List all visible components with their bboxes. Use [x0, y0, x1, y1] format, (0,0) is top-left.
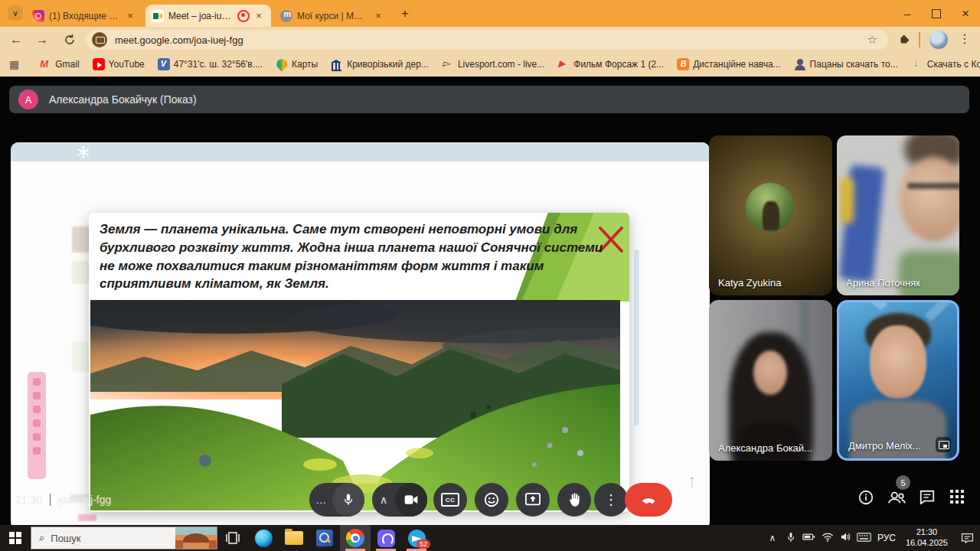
start-button[interactable] — [0, 525, 31, 551]
bookmark-youtube[interactable]: YouTube — [93, 58, 145, 70]
pink-toolbar-glyph — [33, 392, 41, 399]
tray-microphone-icon[interactable] — [782, 532, 800, 545]
close-tab-icon[interactable] — [253, 10, 265, 22]
camera-options-button[interactable] — [372, 494, 395, 506]
edge-icon — [255, 530, 273, 547]
bookmark-gmail[interactable]: Gmail — [39, 58, 79, 70]
tab-instagram[interactable]: (1) Входящие • Чаты — [26, 5, 142, 27]
bookmark-film[interactable]: Фильм Форсаж 1 (2... — [557, 58, 664, 70]
show-people-button[interactable] — [887, 489, 906, 509]
bookmark-vk-download[interactable]: Скачать с Контакта,... — [911, 58, 980, 70]
pink-toolbar-glyph — [33, 419, 41, 427]
bookmark-coordinates[interactable]: 47°31'с. ш. 32°56'в.... — [158, 58, 263, 70]
bookmark-label: 47°31'с. ш. 32°56'в.... — [174, 59, 263, 70]
participant-tile-katya[interactable]: Katya Zyukina — [709, 135, 832, 295]
hangup-icon — [639, 491, 658, 509]
meeting-time: 21:30 — [15, 494, 42, 506]
microphone-icon — [341, 492, 355, 507]
bookmark-livesport[interactable]: Livesport.com - live... — [442, 58, 544, 70]
logo-square — [9, 539, 15, 544]
browser-tab-strip: (1) Входящие • Чаты Meet – joa-iuej-fgg … — [0, 0, 980, 27]
window-maximize-button[interactable] — [922, 0, 951, 27]
divider — [50, 494, 51, 506]
bookmark-label: Пацаны скачать то... — [810, 59, 898, 70]
browser-menu-button[interactable] — [959, 31, 971, 46]
meeting-code: joa-iuej-fgg — [58, 494, 111, 506]
bookmark-label: Gmail — [55, 59, 79, 70]
activities-button[interactable] — [949, 489, 965, 507]
meeting-details-button[interactable] — [858, 489, 874, 509]
presenter-name: Александра Бокайчук (Показ) — [49, 93, 197, 106]
apps-grid-icon[interactable] — [9, 58, 19, 70]
extensions-button[interactable] — [897, 33, 911, 50]
tab-label: Мої курси | Moodle KDPU — [297, 11, 368, 21]
camera-button[interactable] — [395, 483, 427, 517]
reactions-button[interactable] — [475, 483, 508, 517]
taskbar-search-box[interactable]: ⌕ Пошук — [31, 527, 217, 549]
participant-tile-arina[interactable]: Арина Поточняк — [837, 135, 959, 295]
tray-battery-icon[interactable] — [800, 533, 818, 543]
taskbar-clock[interactable]: 21:30 16.04.2025 — [906, 527, 948, 549]
url-text[interactable]: meet.google.com/joa-iuej-fgg — [115, 34, 867, 46]
taskbar-chrome[interactable] — [340, 525, 371, 551]
taskbar-telegram[interactable]: 52 — [401, 525, 432, 551]
recording-indicator-icon — [237, 10, 250, 22]
back-button[interactable] — [6, 30, 26, 50]
taskbar-search-app[interactable] — [309, 525, 340, 551]
bookmark-star-icon[interactable] — [867, 33, 877, 47]
more-options-button[interactable] — [594, 483, 628, 517]
chat-button[interactable] — [919, 489, 936, 509]
logo-square — [16, 532, 21, 537]
tab-label: (1) Входящие • Чаты — [49, 11, 119, 21]
clock-date: 16.04.2025 — [906, 538, 948, 549]
hidden-icons-chevron[interactable] — [763, 533, 782, 543]
tray-keyboard-icon[interactable] — [855, 533, 874, 544]
bookmark-patsany[interactable]: Пацаны скачать то... — [794, 58, 898, 70]
participant-tile-dmytro-self[interactable]: Дмитро Меліх... — [837, 300, 959, 461]
bookmark-maps[interactable]: Карты — [276, 58, 318, 70]
chat-icon — [919, 489, 936, 506]
window-close-button[interactable] — [951, 0, 980, 27]
language-indicator[interactable]: РУС — [874, 533, 900, 543]
taskbar-edge[interactable] — [248, 525, 279, 551]
leave-call-button[interactable] — [625, 483, 672, 517]
raise-hand-button[interactable] — [557, 483, 591, 517]
taskbar-viber[interactable] — [371, 525, 401, 551]
microphone-button[interactable] — [332, 483, 364, 517]
tray-wifi-icon[interactable] — [818, 533, 837, 544]
window-minimize-button[interactable] — [893, 0, 922, 27]
action-center-button[interactable] — [954, 533, 980, 544]
raised-hand-icon — [567, 491, 582, 508]
close-tab-icon[interactable] — [124, 10, 136, 22]
bookmark-university[interactable]: Криворізький дер... — [331, 58, 429, 70]
task-view-button[interactable] — [217, 525, 248, 551]
video-blur-shape — [925, 300, 959, 321]
tab-meet[interactable]: Meet – joa-iuej-fgg — [145, 5, 271, 27]
close-tab-icon[interactable] — [372, 10, 384, 22]
captions-button[interactable]: CC — [433, 483, 467, 517]
pink-toolbar-glyph — [33, 406, 41, 413]
captions-icon: CC — [441, 493, 459, 507]
participant-tile-aleksandra[interactable]: Александра Бокай... — [709, 300, 832, 461]
shared-screen-tile[interactable]: Земля — планета унікальна. Саме тут ство… — [11, 142, 710, 530]
task-view-icon — [225, 530, 240, 546]
profile-avatar[interactable] — [929, 31, 948, 49]
browser-toolbar: meet.google.com/joa-iuej-fgg — [0, 27, 980, 52]
chrome-icon — [346, 529, 364, 547]
reload-button[interactable] — [60, 30, 80, 50]
tray-volume-icon[interactable] — [837, 532, 855, 544]
blogger-icon — [677, 58, 689, 70]
bookmark-distance-learning[interactable]: Дистанційне навча... — [677, 58, 780, 70]
picture-in-picture-icon[interactable] — [936, 437, 951, 452]
taskbar-file-explorer[interactable] — [279, 525, 309, 551]
tab-search-caret-button[interactable] — [8, 5, 23, 21]
tab-moodle[interactable]: Мої курси | Moodle KDPU — [274, 5, 390, 27]
present-screen-button[interactable] — [516, 483, 550, 517]
forward-button[interactable] — [32, 30, 52, 50]
more-options-icon — [604, 491, 618, 508]
new-tab-button[interactable] — [397, 5, 413, 22]
video-blur-shape — [840, 178, 854, 223]
mic-options-button[interactable]: … — [309, 494, 332, 506]
windows-taskbar: ⌕ Пошук 52 — [0, 525, 980, 551]
address-bar[interactable]: meet.google.com/joa-iuej-fgg — [86, 30, 888, 50]
